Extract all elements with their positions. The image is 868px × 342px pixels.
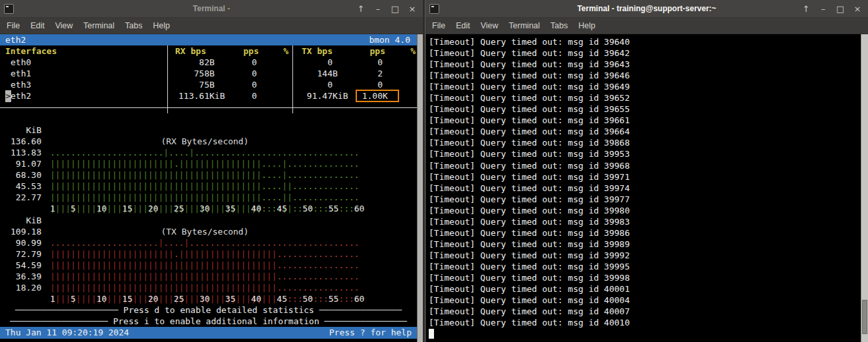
- rx-graph-row: 22.77 ||||||||||||||||||||||||||||||||||…: [0, 181, 417, 192]
- column-separator: [292, 45, 293, 57]
- left-scrollbar[interactable]: [417, 34, 423, 342]
- bmon-table-header: Interfaces RX bps pps % TX bps pps %: [0, 45, 417, 57]
- rx-bps-unit: B: [209, 57, 215, 68]
- column-separator: [167, 90, 168, 101]
- tx-pps-value: 2: [377, 68, 383, 79]
- terminal-line: [Timeout] Query timed out: msg id 39998: [429, 272, 861, 283]
- tx-pps-value: 0: [377, 57, 383, 68]
- close-button[interactable]: ×: [407, 4, 418, 14]
- rx-graph-row: 136.60 ......................|....|.....…: [0, 125, 417, 136]
- menu-edit[interactable]: Edit: [456, 21, 470, 30]
- terminal-cursor: [429, 329, 434, 339]
- close-button[interactable]: ×: [852, 4, 863, 14]
- bmon-topbar: eth2 bmon 4.0: [0, 34, 417, 45]
- rx-pps-value: 0: [252, 68, 257, 79]
- terminal-line: [Timeout] Query timed out: msg id 39968: [429, 160, 861, 171]
- maximize-button[interactable]: □: [835, 4, 846, 14]
- header-rx-bps: RX bps: [175, 45, 206, 57]
- menu-file[interactable]: File: [7, 21, 20, 30]
- terminal-line: [Timeout] Query timed out: msg id 39992: [429, 250, 861, 261]
- hint-detailed-stats: ──────────────────── Press d to enable d…: [0, 304, 417, 316]
- terminal-line: [Timeout] Query timed out: msg id 40004: [429, 295, 861, 306]
- terminal-line: [Timeout] Query timed out: msg id 39646: [429, 70, 861, 81]
- menu-help[interactable]: Help: [578, 21, 595, 30]
- tx-bps-value: 0: [327, 79, 333, 90]
- rx-bps-unit: B: [209, 68, 215, 79]
- column-separator: [167, 45, 168, 57]
- terminal-line: [Timeout] Query timed out: msg id 39980: [429, 205, 861, 216]
- left-titlebar[interactable]: Terminal - ↑ – □ ×: [0, 0, 423, 18]
- rx-graph-row: 68.30 ||||||||||||||||||||||||||||||||||…: [0, 158, 417, 169]
- header-interfaces: Interfaces: [5, 45, 57, 57]
- header-tx-pps: pps: [370, 45, 385, 57]
- tx-graph-row: 18.20 ||||||||||||||||||||||||||||||||||…: [0, 271, 417, 282]
- bmon-statusbar: Thu Jan 11 09:20:19 2024 Press ? for hel…: [0, 327, 417, 338]
- scrollbar-thumb[interactable]: [862, 300, 867, 334]
- interface-name: eth3: [11, 79, 31, 90]
- rx-pps-value: 0: [252, 79, 257, 90]
- menu-terminal[interactable]: Terminal: [509, 21, 540, 30]
- menu-view[interactable]: View: [481, 21, 499, 30]
- rx-bps-value: 82: [199, 57, 209, 68]
- menu-file[interactable]: File: [432, 21, 445, 30]
- interface-name: eth2: [11, 90, 31, 101]
- tx-graph-axis: 1 5 10 15 20 25 30 35 40 45 50 55 60: [0, 282, 417, 293]
- terminal-line: [Timeout] Query timed out: msg id 39655: [429, 103, 861, 115]
- hint-additional-info: ─────────────────── Press i to enable ad…: [0, 316, 417, 327]
- right-scrollbar[interactable]: [861, 34, 868, 342]
- terminal-line: [Timeout] Query timed out: msg id 39974: [429, 183, 861, 194]
- terminal-line: [Timeout] Query timed out: msg id 39953: [429, 148, 861, 159]
- terminal-line: [Timeout] Query timed out: msg id 39664: [429, 126, 861, 137]
- table-row-eth1: eth1 758 B 0 144 B 2: [0, 68, 417, 79]
- header-rx-pps: pps: [244, 45, 259, 57]
- rx-graph-title-row: KiB (RX Bytes/second): [0, 113, 417, 125]
- bmon-screen: eth2 bmon 4.0 Interfaces RX bps pps % TX…: [0, 34, 417, 342]
- column-separator: [292, 79, 293, 90]
- rollup-button[interactable]: ↑: [801, 4, 811, 14]
- rollup-button[interactable]: ↑: [356, 4, 366, 14]
- terminal-line: [Timeout] Query timed out: msg id 39661: [429, 115, 861, 126]
- rx-graph-row: 91.07 ||||||||||||||||||||||||||||||||||…: [0, 147, 417, 158]
- tx-bps-unit: KiB: [333, 90, 348, 101]
- left-menubar: File Edit View Terminal Tabs Help: [0, 18, 423, 34]
- rx-graph-axis: 1 5 10 15 20 25 30 35 40 45 50 55 60: [0, 192, 417, 203]
- left-terminal-window: Terminal - ↑ – □ × File Edit View Termin…: [0, 0, 423, 342]
- column-separator: [167, 68, 168, 79]
- menu-edit[interactable]: Edit: [30, 21, 45, 30]
- right-titlebar[interactable]: Terminal - training@support-server:~ ↑ –…: [425, 0, 868, 18]
- tx-graph-row: 109.18 .....................|....|......…: [0, 215, 417, 226]
- tx-graph-row: 54.59 ||||||||||||||||||||||||||||||||||…: [0, 248, 417, 260]
- terminal-line: [Timeout] Query timed out: msg id 39868: [429, 137, 861, 148]
- rx-bps-value: 113.61: [178, 90, 209, 101]
- menu-help[interactable]: Help: [153, 21, 170, 30]
- blank-row: [0, 293, 417, 304]
- rx-bps-value: 75: [199, 79, 209, 90]
- menu-terminal[interactable]: Terminal: [84, 21, 115, 30]
- interface-name: eth0: [11, 57, 31, 68]
- column-separator: [292, 57, 293, 68]
- bmon-version: bmon 4.0: [369, 34, 410, 45]
- terminal-line: [Timeout] Query timed out: msg id 40001: [429, 283, 861, 295]
- terminal-line: [Timeout] Query timed out: msg id 39652: [429, 92, 861, 103]
- terminal-line: [Timeout] Query timed out: msg id 39649: [429, 81, 861, 92]
- column-separator: [167, 57, 168, 68]
- maximize-button[interactable]: □: [390, 4, 400, 14]
- rx-bps-value: 758: [194, 68, 209, 79]
- rx-graph-row: 45.53 ||||||||||||||||||||||||||||||||||…: [0, 169, 417, 181]
- menu-tabs[interactable]: Tabs: [551, 21, 568, 30]
- terminal-line: [Timeout] Query timed out: msg id 39983: [429, 216, 861, 227]
- menu-tabs[interactable]: Tabs: [125, 21, 142, 30]
- rx-graph-row: 113.83 ||||||||||||||||||||||||.||||||||…: [0, 136, 417, 147]
- table-bottom-border: [0, 107, 417, 108]
- left-window-controls: ↑ – □ ×: [356, 0, 418, 18]
- header-tx-bps: TX bps: [302, 45, 333, 57]
- minimize-button[interactable]: –: [818, 4, 828, 14]
- terminal-line: [Timeout] Query timed out: msg id 39989: [429, 239, 861, 250]
- terminal-line: [Timeout] Query timed out: msg id 39640: [429, 36, 861, 47]
- highlight-annotation-box: [356, 90, 399, 102]
- table-row-eth3: eth3 75 B 0 0 0: [0, 79, 417, 90]
- menu-view[interactable]: View: [55, 21, 73, 30]
- header-tx-pct: %: [410, 45, 416, 57]
- tx-graph-row: 36.39 ||||||||||||||||||||||||||||||||||…: [0, 260, 417, 271]
- minimize-button[interactable]: –: [373, 4, 383, 14]
